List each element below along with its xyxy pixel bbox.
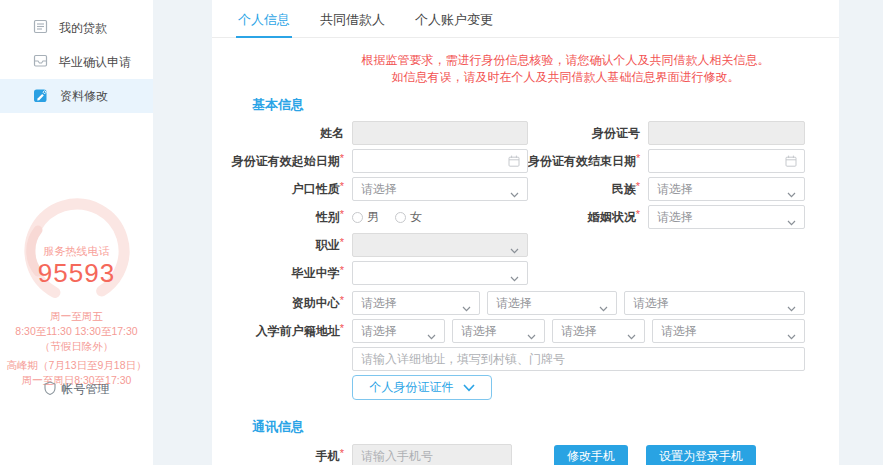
gender-option-female[interactable]: 女 <box>395 209 422 226</box>
chevron-down-icon <box>527 329 536 343</box>
form-row: 毕业中学* <box>212 261 839 285</box>
pre-enrollment-address-label: 入学前户籍地址* <box>212 323 352 340</box>
sidebar-item-account-management[interactable]: 帐号管理 <box>0 381 153 398</box>
radio-icon[interactable] <box>352 212 363 223</box>
funding-center-province-select[interactable]: 请选择 <box>352 291 480 315</box>
chevron-down-icon <box>787 301 796 315</box>
id-valid-end-label: 身份证有效结束日期* <box>528 153 648 170</box>
tab-co-borrower[interactable]: 共同借款人 <box>318 0 387 38</box>
chevron-down-icon <box>627 329 636 343</box>
loan-list-icon <box>33 19 48 37</box>
tab-bar: 个人信息 共同借款人 个人账户变更 <box>212 0 839 38</box>
sidebar-item-label: 资料修改 <box>60 88 108 105</box>
chevron-down-icon <box>427 329 436 343</box>
address-town-select[interactable]: 请选择 <box>652 319 805 343</box>
calendar-icon <box>508 155 520 170</box>
service-hours-line: 8:30至11:30 13:30至17:30 <box>0 324 153 339</box>
id-card-expander-button[interactable]: 个人身份证证件 <box>352 375 492 400</box>
marital-status-label: 婚姻状况* <box>528 209 648 226</box>
form-row: 职业* <box>212 233 839 257</box>
id-number-label: 身份证号 <box>528 125 648 142</box>
chevron-down-icon <box>787 215 796 229</box>
service-hours-line: （节假日除外） <box>0 339 153 354</box>
chevron-down-icon <box>510 243 519 257</box>
radio-icon[interactable] <box>395 212 406 223</box>
form-row: 身份证有效起始日期* 身份证有效结束日期* <box>212 149 839 173</box>
chevron-down-icon <box>599 301 608 315</box>
tab-personal-info[interactable]: 个人信息 <box>236 0 292 38</box>
hotline-caption: 服务热线电话 <box>0 244 153 259</box>
sidebar-nav: 我的贷款 毕业确认申请 资料修改 <box>0 0 153 113</box>
notice-line: 如信息有误，请及时在个人及共同借款人基础信息界面进行修改。 <box>292 69 839 86</box>
id-valid-start-label: 身份证有效起始日期* <box>212 153 352 170</box>
chevron-down-icon <box>510 187 519 201</box>
hukou-type-select[interactable]: 请选择 <box>352 177 528 201</box>
ethnicity-select[interactable]: 请选择 <box>648 177 805 201</box>
ethnicity-label: 民族* <box>528 181 648 198</box>
shield-icon <box>44 381 56 398</box>
marital-status-select[interactable]: 请选择 <box>648 205 805 229</box>
form-row <box>212 347 839 371</box>
hukou-type-label: 户口性质* <box>212 181 352 198</box>
chevron-down-icon <box>787 329 796 343</box>
address-province-select[interactable]: 请选择 <box>352 319 445 343</box>
service-hours-line: 高峰期（7月13日至9月18日） <box>0 358 153 373</box>
pre-enrollment-address-selects: 请选择 请选择 请选择 请选择 <box>352 319 805 343</box>
occupation-label: 职业* <box>212 237 352 254</box>
id-valid-start-date-field[interactable] <box>352 149 528 173</box>
sidebar-item-label: 毕业确认申请 <box>59 54 131 71</box>
notice-line: 根据监管要求，需进行身份信息核验，请您确认个人及共同借款人相关信息。 <box>292 52 839 69</box>
gender-label: 性别* <box>212 209 352 226</box>
name-label: 姓名 <box>212 125 352 142</box>
phone-input <box>352 444 512 465</box>
funding-center-selects: 请选择 请选择 请选择 <box>352 291 805 315</box>
high-school-label: 毕业中学* <box>212 265 352 282</box>
name-field <box>352 121 528 145</box>
hotline-badge: 服务热线电话 95593 <box>0 194 153 312</box>
contact-info-section-title: 通讯信息 <box>252 418 839 436</box>
service-hours-line: 周一至周五 <box>0 309 153 324</box>
chevron-down-icon <box>510 271 519 285</box>
sidebar-item-profile-edit[interactable]: 资料修改 <box>0 79 153 113</box>
address-city-select[interactable]: 请选择 <box>452 319 545 343</box>
chevron-down-icon <box>462 301 471 315</box>
form-row: 姓名 身份证号 <box>212 121 839 145</box>
chevron-down-icon <box>463 381 475 395</box>
sidebar-item-label: 我的贷款 <box>59 20 107 37</box>
set-login-phone-button[interactable]: 设置为登录手机 <box>646 445 756 465</box>
service-hours: 周一至周五 8:30至11:30 13:30至17:30 （节假日除外） 高峰期… <box>0 309 153 388</box>
form-row: 资助中心* 请选择 请选择 请选择 <box>212 291 839 315</box>
graduation-inbox-icon <box>33 53 48 71</box>
form-row: 性别* 男 女 婚姻状况* 请选择 <box>212 205 839 229</box>
sidebar-item-graduation-confirm[interactable]: 毕业确认申请 <box>0 45 153 79</box>
app: 我的贷款 毕业确认申请 资料修改 服务热 <box>0 0 883 465</box>
edit-icon <box>33 87 49 106</box>
address-county-select[interactable]: 请选择 <box>552 319 645 343</box>
address-detail-input[interactable] <box>352 347 805 371</box>
main-panel: 个人信息 共同借款人 个人账户变更 根据监管要求，需进行身份信息核验，请您确认个… <box>212 0 839 465</box>
high-school-select[interactable] <box>352 261 528 285</box>
phone-label: 手机* <box>212 448 352 465</box>
funding-center-label: 资助中心* <box>212 295 352 312</box>
gender-option-male[interactable]: 男 <box>352 209 379 226</box>
occupation-select <box>352 233 528 257</box>
form-row: 入学前户籍地址* 请选择 请选择 请选择 请选择 <box>212 319 839 343</box>
id-valid-end-date-field[interactable] <box>648 149 805 173</box>
sidebar-item-my-loans[interactable]: 我的贷款 <box>0 11 153 45</box>
form-row: 户口性质* 请选择 民族* 请选择 <box>212 177 839 201</box>
form-row: 手机* 修改手机 设置为登录手机 <box>212 444 839 465</box>
gender-radio-group: 男 女 <box>352 205 528 229</box>
id-card-expander-label: 个人身份证证件 <box>370 379 454 396</box>
funding-center-county-select[interactable]: 请选择 <box>624 291 805 315</box>
basic-info-section-title: 基本信息 <box>252 96 839 114</box>
id-number-field <box>648 121 805 145</box>
hotline-number: 95593 <box>0 258 153 289</box>
sidebar: 我的贷款 毕业确认申请 资料修改 服务热 <box>0 0 153 465</box>
modify-phone-button[interactable]: 修改手机 <box>554 445 628 465</box>
chevron-down-icon <box>787 187 796 201</box>
tab-account-change[interactable]: 个人账户变更 <box>413 0 495 38</box>
funding-center-city-select[interactable]: 请选择 <box>487 291 617 315</box>
regulatory-notice: 根据监管要求，需进行身份信息核验，请您确认个人及共同借款人相关信息。 如信息有误… <box>212 52 839 86</box>
account-management-label: 帐号管理 <box>62 381 110 398</box>
calendar-icon <box>785 155 797 170</box>
